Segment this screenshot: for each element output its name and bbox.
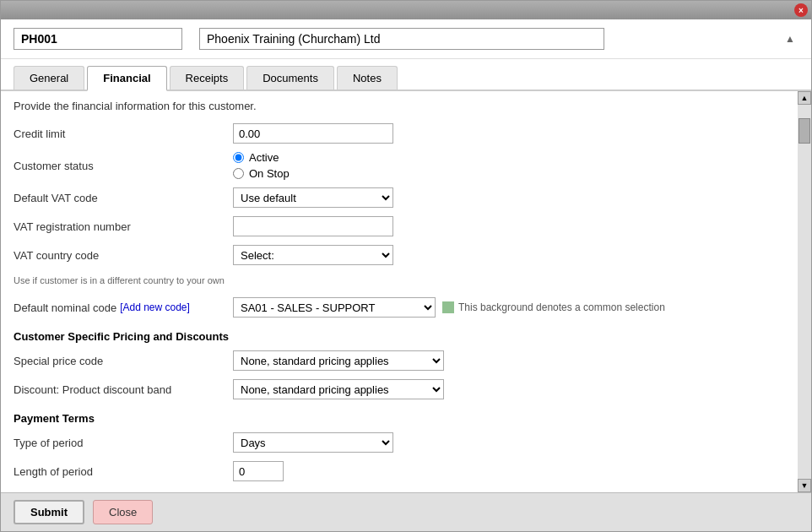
tabs-row: General Financial Receipts Documents Not… — [1, 59, 811, 91]
scrollbar-thumb[interactable] — [798, 118, 810, 144]
payment-section-heading: Payment Terms — [14, 412, 785, 425]
vat-country-code-label: VAT country code — [14, 249, 233, 262]
vat-reg-number-row: VAT registration number — [14, 215, 785, 237]
special-price-code-row: Special price code None, standard pricin… — [14, 350, 785, 372]
scrollbar-track: ▲ ▼ — [798, 91, 811, 492]
credit-limit-label: Credit limit — [14, 128, 233, 140]
discount-band-label: Discount: Product discount band — [14, 383, 233, 396]
add-new-code-link[interactable]: [Add new code] — [120, 301, 190, 313]
length-of-period-label: Length of period — [14, 465, 233, 478]
credit-limit-row: Credit limit — [14, 122, 785, 144]
status-active-row: Active — [233, 151, 290, 164]
length-of-period-row: Length of period — [14, 460, 785, 482]
default-vat-code-row: Default VAT code Use default Standard Ze… — [14, 187, 785, 209]
default-nominal-code-select[interactable]: SA01 - SALES - SUPPORT SA02 - SALES - HA… — [233, 297, 436, 318]
discount-band-row: Discount: Product discount band None, st… — [14, 378, 785, 400]
window-close-button[interactable]: × — [794, 3, 808, 17]
default-vat-code-label: Default VAT code — [14, 192, 233, 204]
status-on-stop-label: On Stop — [249, 167, 290, 180]
credit-limit-input[interactable] — [233, 123, 393, 144]
main-window: × ▲ General Financial Receipts Documents… — [0, 0, 812, 532]
content-area: ▲ General Financial Receipts Documents N… — [1, 19, 811, 492]
discount-band-select[interactable]: None, standard pricing applies Band A Ba… — [233, 379, 444, 399]
special-price-code-label: Special price code — [14, 355, 233, 367]
type-of-period-select[interactable]: Days Weeks Months — [233, 432, 393, 453]
vat-country-hint: Use if customer is in a different countr… — [14, 275, 233, 285]
tab-general[interactable]: General — [14, 66, 84, 90]
header-section: ▲ — [1, 19, 811, 59]
scrollbar-down-arrow[interactable]: ▼ — [798, 479, 811, 492]
title-bar: × — [1, 1, 811, 19]
vat-reg-number-input[interactable] — [233, 216, 393, 236]
vat-hint-row: Use if customer is in a different countr… — [14, 269, 785, 291]
common-selection-indicator — [442, 301, 454, 313]
customer-id-input[interactable] — [14, 28, 182, 50]
vat-country-code-row: VAT country code Select: United Kingdom … — [14, 244, 785, 266]
default-vat-code-select[interactable]: Use default Standard Zero rated Exempt — [233, 187, 393, 208]
status-active-radio[interactable] — [233, 152, 244, 163]
type-of-period-row: Type of period Days Weeks Months — [14, 432, 785, 453]
tab-notes[interactable]: Notes — [337, 66, 398, 90]
default-nominal-code-row: Default nominal code [Add new code] SA01… — [14, 296, 785, 318]
vat-reg-number-label: VAT registration number — [14, 220, 233, 233]
length-of-period-input[interactable] — [233, 461, 284, 481]
scroll-up-button[interactable]: ▲ — [782, 30, 798, 47]
customer-status-radio-group: Active On Stop — [233, 151, 290, 180]
status-active-label: Active — [249, 151, 279, 164]
vat-country-code-select[interactable]: Select: United Kingdom Germany France Sp… — [233, 245, 393, 265]
type-of-period-label: Type of period — [14, 437, 233, 449]
customer-name-input[interactable] — [199, 28, 604, 50]
submit-button[interactable]: Submit — [14, 500, 84, 524]
tab-documents[interactable]: Documents — [246, 66, 334, 90]
customer-status-label: Customer status — [14, 160, 233, 172]
customer-status-row: Customer status Active On Stop — [14, 151, 785, 180]
tab-receipts[interactable]: Receipts — [170, 66, 245, 90]
main-body: Provide the financial information for th… — [1, 91, 811, 492]
common-selection-hint: This background denotes a common selecti… — [442, 301, 665, 313]
status-on-stop-radio[interactable] — [233, 168, 244, 179]
default-nominal-code-label-area: Default nominal code [Add new code] — [14, 301, 233, 314]
common-selection-text: This background denotes a common selecti… — [458, 301, 665, 313]
close-button[interactable]: Close — [93, 500, 153, 524]
footer-bar: Submit Close — [1, 492, 811, 531]
default-nominal-code-label: Default nominal code — [14, 301, 116, 314]
pricing-section-heading: Customer Specific Pricing and Discounts — [14, 330, 785, 343]
status-on-stop-row: On Stop — [233, 167, 290, 180]
form-area: Provide the financial information for th… — [1, 91, 798, 492]
tab-financial[interactable]: Financial — [87, 66, 166, 91]
scrollbar-up-arrow[interactable]: ▲ — [798, 91, 811, 105]
special-price-code-select[interactable]: None, standard pricing applies Price Lis… — [233, 350, 444, 371]
form-description: Provide the financial information for th… — [14, 100, 785, 112]
